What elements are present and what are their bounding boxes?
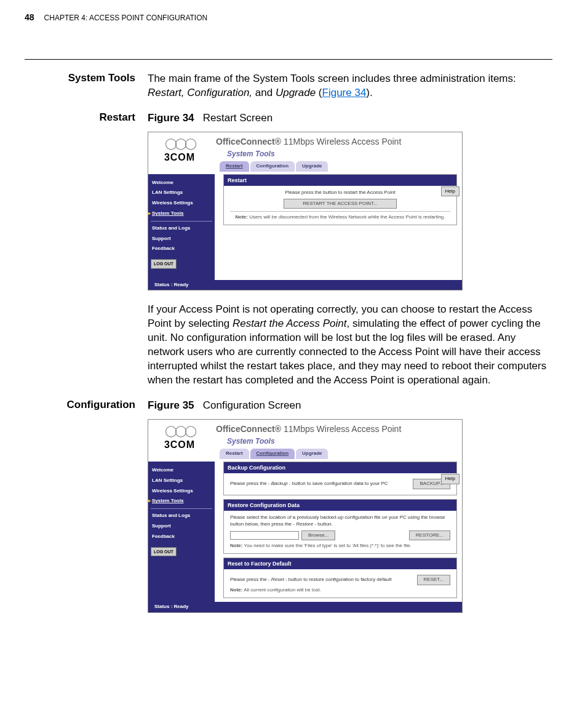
logo-text: 3COM <box>152 438 207 452</box>
nav-feedback[interactable]: Feedback <box>151 244 212 254</box>
page-number: 48 <box>25 12 34 22</box>
restore-message: Please select the location of a previous… <box>230 514 450 528</box>
tab-bar: Restart Configuration Upgrade <box>220 161 457 172</box>
logout-button[interactable]: LOG OUT <box>151 259 177 268</box>
figure-35-caption: Figure 35 Configuration Screen <box>148 399 552 413</box>
restart-panel: Restart Please press the button to resta… <box>223 174 457 226</box>
restart-description: If your Access Point is not operating co… <box>148 303 552 388</box>
restart-heading: Restart <box>25 111 135 124</box>
nav-feedback[interactable]: Feedback <box>151 532 212 542</box>
figure-34-caption: Figure 34 Restart Screen <box>148 111 552 126</box>
reset-note-text: All current configuration will be lost. <box>242 587 320 593</box>
divider <box>25 59 552 60</box>
screen-subtitle: System Tools <box>227 149 457 159</box>
intro-items: Restart, Configuration, <box>148 87 252 98</box>
restore-panel: Restore Configuration Data Please select… <box>223 499 457 554</box>
tab-configuration[interactable]: Configuration <box>250 161 295 172</box>
restart-panel-header: Restart <box>224 175 456 186</box>
restore-msg-b: - button. <box>313 521 333 527</box>
restart-note: Note: Users will be disconnected from th… <box>230 214 450 221</box>
reset-panel: Reset to Factory Default Please press th… <box>223 558 457 598</box>
fig34-label: Figure 34 <box>148 112 194 124</box>
restart-body-italic: Restart the Access Point <box>233 318 347 329</box>
logo-text: 3COM <box>152 151 207 164</box>
tab-upgrade[interactable]: Upgrade <box>296 161 328 172</box>
restore-panel-header: Restore Configuration Data <box>224 500 456 511</box>
logo-3com: ◯◯◯ 3COM <box>148 132 211 174</box>
intro-paren-close: ). <box>366 87 372 98</box>
page-header: 48 CHAPTER 4: ACCESS POINT CONFIGURATION <box>25 12 552 22</box>
nav-lan-settings[interactable]: LAN Settings <box>151 476 212 486</box>
intro-paren-open: ( <box>316 87 322 98</box>
restore-note: Note: You need to make sure the 'Files o… <box>230 543 450 550</box>
backup-msg-i: Backup <box>271 481 288 486</box>
nav-system-tools[interactable]: System Tools <box>151 209 212 219</box>
fig35-label: Figure 35 <box>148 399 194 411</box>
reset-panel-header: Reset to Factory Default <box>224 558 456 569</box>
nav-system-tools[interactable]: System Tools <box>151 496 212 506</box>
nav-welcome[interactable]: Welcome <box>151 178 212 188</box>
nav-wireless-settings[interactable]: Wireless Settings <box>151 486 212 497</box>
product-title: OfficeConnect® 11Mbps Wireless Access Po… <box>216 136 457 148</box>
restart-screen-figure: ◯◯◯ 3COM OfficeConnect® 11Mbps Wireless … <box>148 132 463 291</box>
reset-msg-b: - button to restore configuration to fac… <box>284 577 392 582</box>
nav-wireless-settings[interactable]: Wireless Settings <box>151 198 212 209</box>
reset-note: Note: All current configuration will be … <box>230 587 450 594</box>
chapter-title: CHAPTER 4: ACCESS POINT CONFIGURATION <box>44 14 208 22</box>
tab-restart[interactable]: Restart <box>220 161 249 172</box>
sidebar-nav: Welcome LAN Settings Wireless Settings S… <box>148 462 215 602</box>
restart-access-point-button[interactable]: RESTART THE ACCESS POINT... <box>284 199 397 209</box>
reset-msg-a: Please press the - <box>230 577 271 582</box>
screen-subtitle: System Tools <box>227 436 457 446</box>
nav-support[interactable]: Support <box>151 521 212 532</box>
configuration-heading: Configuration <box>25 399 135 411</box>
status-bar: Status : Ready <box>148 280 462 290</box>
intro-text: The main frame of the System Tools scree… <box>148 73 516 84</box>
help-button[interactable]: Help <box>441 474 460 484</box>
sidebar-nav: Welcome LAN Settings Wireless Settings S… <box>148 174 215 280</box>
reset-message: Please press the - Reset - button to res… <box>230 577 391 583</box>
nav-status-logs[interactable]: Status and Logs <box>151 511 212 521</box>
intro-text-b: and <box>252 87 276 98</box>
restore-msg-i: Restore <box>296 521 313 527</box>
logout-button[interactable]: LOG OUT <box>151 547 177 556</box>
note-label: Note: <box>235 214 247 220</box>
nav-status-logs[interactable]: Status and Logs <box>151 223 212 234</box>
fig34-caption: Restart Screen <box>203 112 273 124</box>
logo-3com: ◯◯◯ 3COM <box>148 420 211 462</box>
browse-button[interactable]: Browse... <box>301 530 335 541</box>
tab-restart[interactable]: Restart <box>220 449 249 459</box>
tab-bar: Restart Configuration Upgrade <box>220 449 457 459</box>
tab-upgrade[interactable]: Upgrade <box>296 449 328 459</box>
section-intro: The main frame of the System Tools scree… <box>148 72 552 100</box>
status-bar: Status : Ready <box>148 602 462 612</box>
product-title: OfficeConnect® 11Mbps Wireless Access Po… <box>216 423 457 435</box>
backup-msg-a: Please press the - <box>230 481 271 486</box>
configuration-screen-figure: ◯◯◯ 3COM OfficeConnect® 11Mbps Wireless … <box>148 419 463 613</box>
backup-panel: Backup Configuration Please press the - … <box>223 462 457 495</box>
nav-support[interactable]: Support <box>151 234 212 244</box>
restore-msg-a: Please select the location of a previous… <box>230 514 445 527</box>
product-desc: 11Mbps Wireless Access Point <box>284 424 401 434</box>
product-desc: 11Mbps Wireless Access Point <box>284 137 401 146</box>
restore-note-label: Note: <box>230 543 242 548</box>
brand-text: OfficeConnect® <box>216 137 281 146</box>
restore-button[interactable]: RESTORE... <box>409 530 450 541</box>
backup-panel-header: Backup Configuration <box>224 462 456 473</box>
reset-button[interactable]: RESET... <box>417 575 450 585</box>
backup-message: Please press the - Backup - button to sa… <box>230 481 388 487</box>
figure-34-link[interactable]: Figure 34 <box>322 87 367 98</box>
backup-msg-b: - button to save configuration data to y… <box>287 481 388 486</box>
help-button[interactable]: Help <box>441 186 460 197</box>
brand-text: OfficeConnect® <box>216 424 281 434</box>
nav-lan-settings[interactable]: LAN Settings <box>151 188 212 198</box>
fig35-caption: Configuration Screen <box>203 399 301 411</box>
section-heading: System Tools <box>25 72 135 84</box>
restore-file-input[interactable] <box>230 531 299 540</box>
tab-configuration[interactable]: Configuration <box>250 449 295 459</box>
note-text: Users will be disconnected from the Wire… <box>248 214 445 220</box>
restore-note-text: You need to make sure the 'Files of type… <box>242 543 411 548</box>
intro-upgrade: Upgrade <box>276 87 316 98</box>
reset-note-label: Note: <box>230 587 242 593</box>
nav-welcome[interactable]: Welcome <box>151 465 212 476</box>
